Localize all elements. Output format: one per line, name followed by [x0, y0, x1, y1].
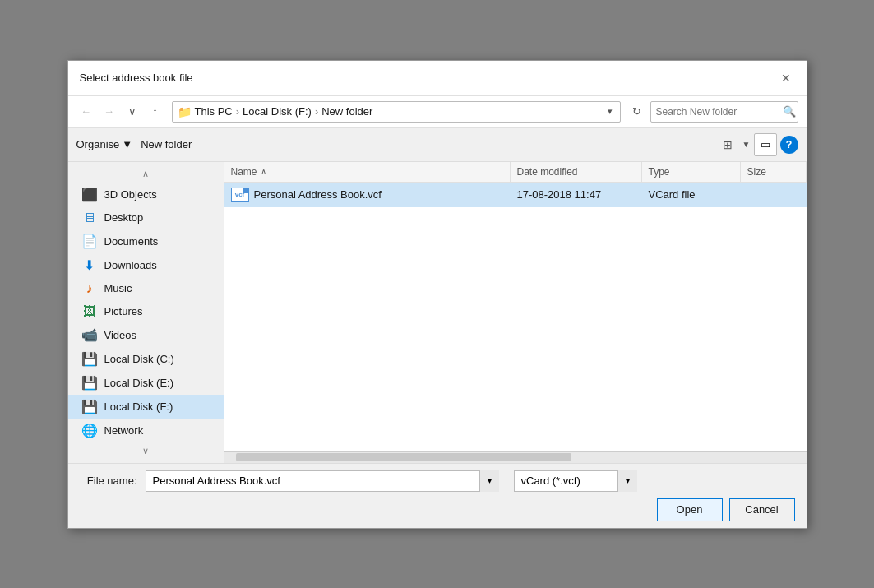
desktop-icon: 🖥 [81, 211, 98, 225]
help-button[interactable]: ? [780, 136, 798, 154]
sidebar-label-downloads: Downloads [104, 259, 157, 271]
table-row[interactable]: vcf Personal Address Book.vcf 17-08-2018… [224, 183, 807, 207]
filetype-wrapper: vCard (*.vcf)All files (*.*) ▾ [514, 470, 637, 492]
dialog-window: Select address book file ✕ ← → ∨ ↑ 📁 Thi… [67, 60, 807, 529]
horizontal-scrollbar[interactable] [224, 451, 807, 463]
3d-objects-icon: ⬛ [81, 187, 98, 202]
filename-dropdown-button[interactable]: ▾ [479, 470, 499, 492]
forward-button[interactable]: → [99, 102, 119, 122]
organise-button[interactable]: Organise ▼ [76, 138, 133, 150]
nav-dropdown-button[interactable]: ∨ [123, 102, 142, 122]
sidebar-item-documents[interactable]: 📄 Documents [68, 229, 224, 253]
folder-icon: 📁 [178, 105, 192, 118]
local-c-icon: 💾 [81, 351, 98, 367]
cancel-button[interactable]: Cancel [729, 498, 795, 521]
sidebar-label-local-c: Local Disk (C:) [104, 353, 174, 365]
file-cell-type: VCard file [642, 183, 741, 207]
local-e-icon: 💾 [81, 375, 98, 391]
bottom-bar: File name: ▾ vCard (*.vcf)All files (*.*… [68, 463, 807, 528]
breadcrumb: 📁 This PC › Local Disk (F:) › New folder… [172, 101, 621, 123]
h-scroll-thumb [236, 453, 571, 461]
back-button[interactable]: ← [76, 102, 96, 122]
view-icon: ⊞ [723, 138, 733, 151]
open-button[interactable]: Open [657, 498, 723, 521]
up-button[interactable]: ↑ [146, 102, 165, 122]
col-name-header[interactable]: Name ∧ [224, 162, 511, 182]
search-box: 🔍 [650, 101, 798, 123]
search-icon: 🔍 [783, 105, 796, 118]
file-list: vcf Personal Address Book.vcf 17-08-2018… [224, 183, 807, 451]
refresh-button[interactable]: ↻ [627, 102, 647, 122]
search-input[interactable] [656, 106, 779, 118]
col-type-header[interactable]: Type [642, 162, 741, 182]
sidebar-item-desktop[interactable]: 🖥 Desktop [68, 206, 224, 229]
sidebar-label-3d-objects: 3D Objects [104, 188, 157, 201]
sidebar-label-desktop: Desktop [104, 211, 144, 224]
sidebar-item-pictures[interactable]: 🖼 Pictures [68, 300, 224, 323]
sep2: › [315, 105, 318, 118]
nav-bar: ← → ∨ ↑ 📁 This PC › Local Disk (F:) › Ne… [68, 96, 807, 128]
music-icon: ♪ [81, 281, 98, 296]
title-bar: Select address book file ✕ [68, 61, 807, 96]
sidebar-label-network: Network [104, 424, 144, 437]
vcf-icon: vcf [231, 188, 249, 202]
dialog-title: Select address book file [80, 72, 193, 84]
file-header: Name ∧ Date modified Type Size [224, 162, 807, 183]
sort-arrow: ∧ [261, 167, 266, 176]
close-button[interactable]: ✕ [777, 69, 795, 87]
sidebar-label-videos: Videos [104, 329, 137, 341]
sidebar-label-music: Music [104, 282, 132, 294]
file-cell-date: 17-08-2018 11:47 [511, 183, 642, 207]
actions-row: Open Cancel [80, 498, 795, 521]
preview-icon: ▭ [761, 138, 770, 150]
breadcrumb-disk: Local Disk (F:) [243, 105, 312, 118]
sidebar-item-local-c[interactable]: 💾 Local Disk (C:) [68, 347, 224, 371]
col-size-header[interactable]: Size [741, 162, 807, 182]
preview-button[interactable]: ▭ [754, 133, 777, 156]
breadcrumb-dropdown-button[interactable]: ▾ [605, 106, 615, 117]
sidebar-item-network[interactable]: 🌐 Network [68, 419, 224, 442]
filename-input[interactable] [146, 470, 499, 492]
file-cell-name: vcf Personal Address Book.vcf [224, 183, 511, 207]
sidebar-scroll-up[interactable]: ∧ [68, 165, 224, 183]
filetype-select[interactable]: vCard (*.vcf)All files (*.*) [514, 470, 637, 492]
sidebar-item-downloads[interactable]: ⬇ Downloads [68, 253, 224, 277]
network-icon: 🌐 [81, 423, 98, 438]
sidebar-label-local-e: Local Disk (E:) [104, 377, 174, 389]
file-cell-size [741, 183, 807, 207]
sep1: › [236, 105, 239, 118]
h-scroll-track [236, 453, 795, 461]
filename-label: File name: [80, 475, 137, 487]
sidebar-item-3d-objects[interactable]: ⬛ 3D Objects [68, 183, 224, 206]
sidebar-label-documents: Documents [104, 235, 159, 248]
documents-icon: 📄 [81, 234, 98, 249]
sidebar: ∧ ⬛ 3D Objects 🖥 Desktop 📄 Documents ⬇ D… [68, 162, 224, 463]
filename-row: File name: ▾ vCard (*.vcf)All files (*.*… [80, 470, 795, 492]
sidebar-item-local-f[interactable]: 💾 Local Disk (F:) [68, 395, 224, 419]
breadcrumb-folder: New folder [321, 105, 372, 118]
new-folder-button[interactable]: New folder [141, 138, 192, 150]
main-content: ∧ ⬛ 3D Objects 🖥 Desktop 📄 Documents ⬇ D… [68, 162, 807, 463]
sidebar-label-local-f: Local Disk (F:) [104, 400, 173, 413]
pictures-icon: 🖼 [81, 304, 98, 319]
filename-input-wrapper: ▾ [146, 470, 499, 492]
col-date-header[interactable]: Date modified [511, 162, 642, 182]
sidebar-item-music[interactable]: ♪ Music [68, 277, 224, 300]
view-dropdown-button[interactable]: ▼ [742, 140, 751, 149]
breadcrumb-this-pc: This PC [195, 105, 233, 118]
file-area: Name ∧ Date modified Type Size vcf Per [224, 162, 807, 463]
sidebar-item-local-e[interactable]: 💾 Local Disk (E:) [68, 371, 224, 395]
view-button[interactable]: ⊞ [716, 135, 739, 155]
local-f-icon: 💾 [81, 399, 98, 414]
sidebar-label-pictures: Pictures [104, 305, 143, 317]
sidebar-item-videos[interactable]: 📹 Videos [68, 323, 224, 347]
toolbar: Organise ▼ New folder ⊞ ▼ ▭ ? [68, 128, 807, 162]
sidebar-scroll-down[interactable]: ∨ [68, 442, 224, 460]
downloads-icon: ⬇ [81, 257, 98, 273]
toolbar-right: ⊞ ▼ ▭ ? [716, 133, 798, 156]
videos-icon: 📹 [81, 327, 98, 343]
